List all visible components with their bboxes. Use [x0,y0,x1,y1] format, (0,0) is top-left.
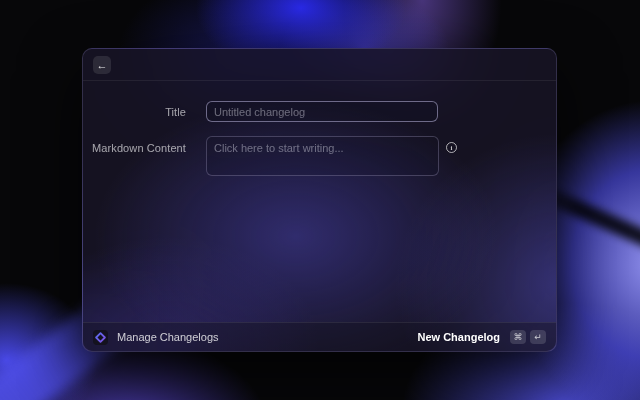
info-icon[interactable]: i [446,142,457,153]
changelog-form-window: ← Title Markdown Content i [82,48,557,352]
window-header: ← [83,49,556,81]
title-field-row: Title [83,101,556,122]
markdown-content-textarea[interactable] [206,136,439,176]
title-label: Title [83,106,186,118]
window-footer: Manage Changelogs New Changelog ⌘ ↵ [83,322,556,351]
enter-key-badge: ↵ [530,330,546,344]
new-changelog-action[interactable]: New Changelog [417,331,500,343]
extension-diamond-icon [93,330,108,345]
title-input[interactable] [206,101,438,122]
extension-name: Manage Changelogs [117,331,219,343]
markdown-field-row: Markdown Content i [83,136,556,176]
back-button[interactable]: ← [93,56,111,74]
footer-primary-action: New Changelog ⌘ ↵ [417,330,546,344]
desktop-background: ← Title Markdown Content i [0,0,640,400]
footer-extension-info: Manage Changelogs [93,330,219,345]
cmd-key-badge: ⌘ [510,330,526,344]
back-arrow-icon: ← [97,59,108,71]
markdown-content-label: Markdown Content [83,136,186,154]
